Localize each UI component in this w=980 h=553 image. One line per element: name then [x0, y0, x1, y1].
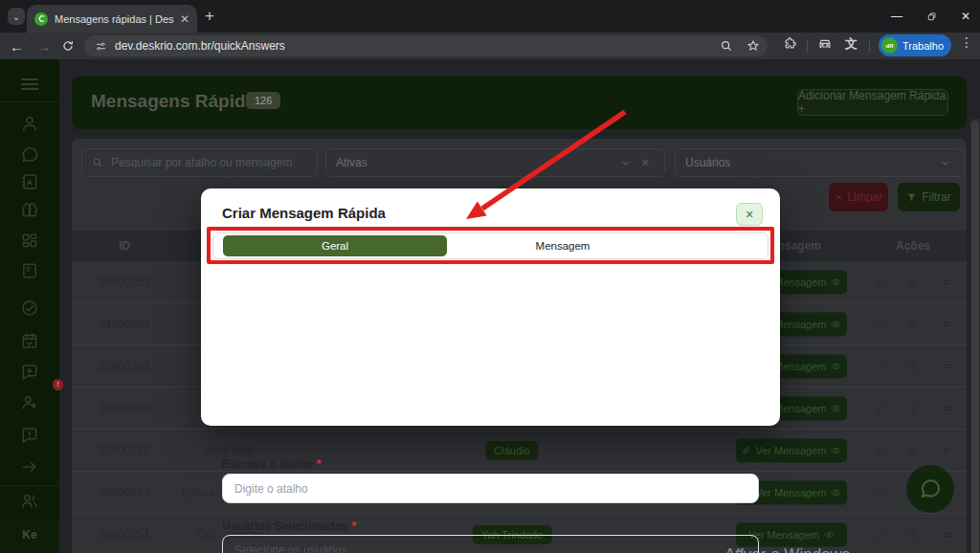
- atalho-field-label: Escreva o atalho *: [222, 457, 321, 471]
- delete-trash-icon[interactable]: [906, 276, 920, 289]
- tab-title: Mensagens rápidas | DeskRio: [55, 13, 174, 25]
- tab-mensagem[interactable]: Mensagem: [536, 235, 590, 256]
- pinned-extension-icon[interactable]: [817, 36, 833, 52]
- column-header-actions: Ações: [896, 231, 930, 261]
- site-settings-icon[interactable]: [95, 40, 107, 53]
- sidebar-item-users-icon[interactable]: [20, 491, 39, 510]
- column-header-id: ID: [119, 231, 130, 261]
- clear-select-icon[interactable]: ✕: [641, 157, 650, 169]
- usuarios-select[interactable]: Selecione os usuários: [222, 535, 759, 553]
- sidebar: ! Ke: [0, 59, 59, 553]
- row-atalho: atua-wpp: [206, 444, 253, 457]
- chat-fab-button[interactable]: [906, 465, 954, 513]
- edit-pencil-icon[interactable]: [874, 360, 887, 373]
- eye-icon: [831, 276, 841, 287]
- tab-geral[interactable]: Geral: [223, 235, 447, 256]
- funnel-icon: [906, 192, 917, 203]
- delete-trash-icon[interactable]: [906, 528, 920, 542]
- drag-handle-icon[interactable]: [941, 276, 952, 288]
- drag-handle-icon[interactable]: [941, 445, 952, 456]
- eye-icon: [831, 403, 841, 413]
- drag-handle-icon[interactable]: [941, 319, 952, 330]
- edit-pencil-icon[interactable]: [874, 276, 887, 289]
- status-select[interactable]: Ativas ✕: [325, 148, 665, 177]
- delete-trash-icon[interactable]: [906, 402, 920, 415]
- profile-chip[interactable]: dR Trabalho: [879, 34, 951, 56]
- sidebar-user-initials[interactable]: Ke: [0, 517, 59, 553]
- eye-icon: [824, 529, 835, 540]
- edit-pencil-icon[interactable]: [874, 318, 887, 331]
- delete-trash-icon[interactable]: [906, 444, 920, 457]
- row-id: 24000252: [99, 318, 149, 331]
- sidebar-item-chat-icon[interactable]: [20, 145, 39, 165]
- row-id: 20000318: [99, 444, 149, 457]
- window-minimize-button[interactable]: —: [886, 6, 907, 27]
- filter-button[interactable]: Filtrar: [898, 183, 960, 211]
- search-input[interactable]: Pesquisar por atalho ou mensagem: [81, 148, 318, 177]
- window-close-button[interactable]: ✕: [955, 6, 976, 27]
- tab-search-icon[interactable]: ⌄: [8, 8, 25, 25]
- sidebar-divider-2: [0, 485, 59, 486]
- profile-label: Trabalho: [902, 40, 944, 52]
- clear-filters-button[interactable]: ✕ Limpar: [829, 183, 888, 211]
- address-bar[interactable]: dev.deskrio.com.br/quickAnswers: [84, 35, 768, 56]
- modal-close-button[interactable]: ✕: [736, 203, 763, 226]
- edit-pencil-icon[interactable]: [874, 402, 887, 415]
- row-id: 20000251: [99, 528, 149, 542]
- sidebar-item-check-circle-icon[interactable]: [20, 299, 39, 318]
- browser-toolbar: ← → dev.deskrio.com.br/quickAnswers 文: [0, 33, 980, 59]
- browser-tab[interactable]: Mensagens rápidas | DeskRio ✕: [27, 5, 197, 33]
- profile-avatar: dR: [881, 37, 898, 54]
- user-badge[interactable]: Cláudio: [485, 441, 538, 460]
- sidebar-item-user-alert-icon[interactable]: !: [20, 392, 39, 411]
- extensions-icon[interactable]: [783, 36, 797, 51]
- row-id: 24000253: [99, 276, 149, 289]
- reload-button[interactable]: [61, 33, 75, 59]
- page-header: Mensagens Rápidas 126 Adicionar Mensagem…: [72, 77, 967, 129]
- search-placeholder: Pesquisar por atalho ou mensagem: [111, 156, 292, 169]
- sidebar-item-person-icon[interactable]: [20, 114, 39, 133]
- users-select[interactable]: Usuários: [675, 148, 965, 177]
- sidebar-item-chat-alert-icon[interactable]: [20, 426, 39, 445]
- sidebar-item-brain-icon[interactable]: [20, 201, 39, 220]
- search-this-page-icon[interactable]: [720, 39, 733, 53]
- tab-close-icon[interactable]: ✕: [180, 12, 189, 26]
- menu-hamburger-icon[interactable]: [18, 73, 41, 96]
- translate-icon[interactable]: 文: [845, 35, 858, 53]
- url-text: dev.deskrio.com.br/quickAnswers: [115, 39, 285, 53]
- browser-menu-icon[interactable]: ⋮: [960, 34, 973, 50]
- tab-strip: ⌄ Mensagens rápidas | DeskRio ✕ + — ✕: [0, 0, 980, 33]
- new-tab-button[interactable]: +: [205, 7, 214, 26]
- toolbar-divider: [807, 39, 808, 53]
- row-user-badges: Cláudio: [485, 441, 538, 460]
- count-badge: 126: [246, 92, 280, 109]
- drag-handle-icon[interactable]: [941, 361, 952, 372]
- users-select-value: Usuários: [685, 156, 730, 169]
- ver-mensagem-button[interactable]: Ver Mensagem: [736, 438, 847, 462]
- atalho-input[interactable]: [222, 474, 759, 503]
- delete-trash-icon[interactable]: [906, 360, 920, 373]
- edit-pencil-icon[interactable]: [874, 528, 887, 542]
- notification-badge: !: [53, 379, 63, 390]
- scrollbar-thumb[interactable]: [971, 121, 979, 553]
- edit-pencil-icon[interactable]: [874, 444, 887, 457]
- sidebar-item-arrow-right-icon[interactable]: [20, 457, 39, 476]
- edit-pencil-icon[interactable]: [874, 486, 887, 499]
- chevron-down-icon[interactable]: [940, 158, 950, 168]
- forward-button[interactable]: →: [36, 33, 51, 59]
- chevron-down-icon[interactable]: [620, 158, 631, 168]
- delete-trash-icon[interactable]: [906, 318, 920, 331]
- drag-handle-icon[interactable]: [941, 529, 952, 541]
- deskrio-favicon-icon: [34, 12, 48, 26]
- add-message-button[interactable]: Adicionar Mensagem Rápida +: [797, 89, 948, 116]
- sidebar-item-calendar-check-icon[interactable]: [20, 331, 39, 350]
- sidebar-item-board-icon[interactable]: [20, 261, 39, 280]
- bookmark-star-icon[interactable]: [746, 39, 760, 53]
- sidebar-item-kanban-icon[interactable]: [20, 232, 39, 251]
- drag-handle-icon[interactable]: [941, 403, 952, 414]
- window-restore-button[interactable]: [921, 6, 942, 27]
- back-button[interactable]: ←: [10, 33, 24, 59]
- sidebar-item-contacts-book-icon[interactable]: [20, 172, 39, 191]
- paperclip-icon: [742, 446, 751, 455]
- sidebar-item-chat-plus-icon[interactable]: [20, 363, 39, 382]
